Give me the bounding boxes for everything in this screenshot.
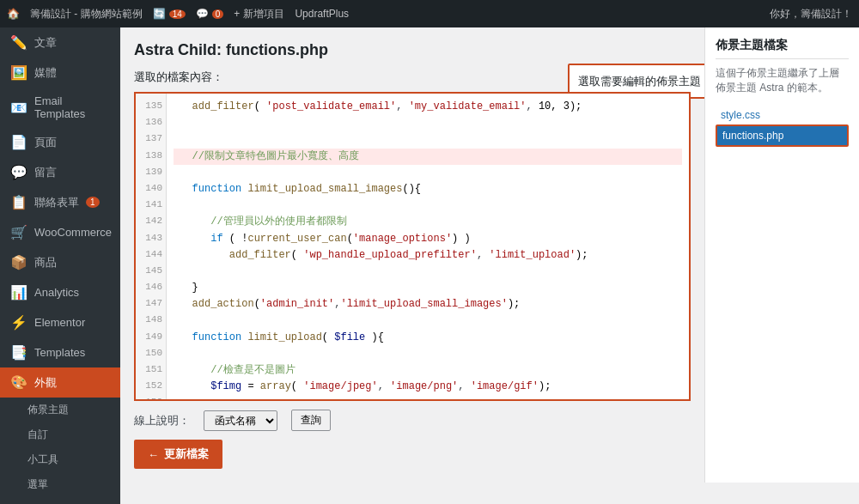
sidebar-item-contact[interactable]: 📋 聯絡表單 1: [0, 187, 120, 217]
sidebar-item-elementor[interactable]: ⚡ Elementor: [0, 307, 120, 337]
comments-nav-icon: 💬: [10, 164, 27, 180]
arrow-icon: ←: [148, 448, 159, 461]
file-item-functions-php[interactable]: functions.php: [716, 124, 849, 147]
page-title: Astra Child: functions.php: [134, 41, 691, 59]
woocommerce-icon: 🛒: [10, 224, 27, 240]
new-item-button[interactable]: + 新增項目: [234, 7, 284, 21]
inline-help-label: 線上說明：: [134, 413, 190, 428]
file-item-style-css[interactable]: style.css: [716, 106, 849, 124]
comments-item[interactable]: 💬 0: [196, 8, 224, 20]
submenu-customize[interactable]: 自訂: [0, 422, 120, 447]
function-name-select[interactable]: 函式名稱: [204, 410, 277, 431]
sidebar-item-analytics[interactable]: 📊 Analytics: [0, 277, 120, 307]
contact-icon: 📋: [10, 194, 27, 210]
sidebar-item-pages[interactable]: 📄 頁面: [0, 127, 120, 157]
right-panel-description: 這個子佈景主題繼承了上層佈景主題 Astra 的範本。: [716, 66, 849, 95]
sidebar-item-posts[interactable]: ✏️ 文章: [0, 27, 120, 58]
main-content: 選取需要編輯的佈景主題： Astra Child Astra 選取 Astra …: [120, 27, 859, 504]
bottom-bar: 線上說明： 函式名稱 查詢: [134, 410, 691, 431]
updates-item[interactable]: 🔄 14: [153, 8, 186, 20]
pages-icon: 📄: [10, 134, 27, 150]
site-icon: 🏠: [7, 8, 20, 20]
sidebar-item-media[interactable]: 🖼️ 媒體: [0, 58, 120, 88]
contact-badge: 1: [86, 197, 100, 208]
media-icon: 🖼️: [10, 64, 27, 81]
updraftplus-item[interactable]: UpdraftPlus: [295, 8, 349, 20]
appearance-icon: 🎨: [10, 374, 27, 391]
plus-icon: +: [234, 8, 240, 20]
site-name[interactable]: 籌備設計 - 購物網站範例: [30, 7, 143, 21]
right-panel: 佈景主題檔案 這個子佈景主題繼承了上層佈景主題 Astra 的範本。 style…: [704, 27, 859, 483]
updates-count: 14: [169, 9, 186, 19]
code-content: add_filter( 'post_validate_email', 'my_v…: [167, 94, 689, 399]
analytics-icon: 📊: [10, 284, 27, 301]
line-numbers: 135 136 137 138 139 140 141 142 143 144 …: [136, 94, 167, 399]
update-file-button[interactable]: ← 更新檔案: [134, 440, 222, 469]
right-panel-title: 佈景主題檔案: [716, 38, 849, 59]
submenu-themes[interactable]: 佈景主題: [0, 398, 120, 422]
sidebar-item-comments[interactable]: 💬 留言: [0, 157, 120, 187]
sidebar-item-products[interactable]: 📦 商品: [0, 247, 120, 277]
templates-icon: 📑: [10, 344, 27, 361]
file-list: style.css functions.php: [716, 106, 849, 147]
elementor-icon: ⚡: [10, 314, 27, 331]
products-icon: 📦: [10, 254, 27, 270]
submenu-menus[interactable]: 選單: [0, 472, 120, 497]
comments-icon: 💬: [196, 8, 209, 20]
posts-icon: ✏️: [10, 34, 27, 51]
updates-icon: 🔄: [153, 8, 166, 20]
sidebar-item-email-templates[interactable]: 📧 Email Templates: [0, 88, 120, 127]
greeting: 你好，籌備設計！: [770, 7, 852, 21]
sidebar-item-woocommerce[interactable]: 🛒 WooCommerce: [0, 217, 120, 247]
email-icon: 📧: [10, 100, 27, 116]
admin-bar: 🏠 籌備設計 - 購物網站範例 🔄 14 💬 0 + 新增項目 UpdraftP…: [0, 0, 859, 27]
submenu-widgets[interactable]: 小工具: [0, 447, 120, 472]
query-button[interactable]: 查詢: [291, 410, 331, 431]
file-label: 選取的檔案內容：: [134, 70, 691, 85]
sidebar-item-appearance[interactable]: 🎨 外觀: [0, 367, 120, 398]
submenu-astra-options[interactable]: Astra Options: [0, 497, 120, 504]
comments-count: 0: [212, 9, 224, 19]
code-editor[interactable]: 135 136 137 138 139 140 141 142 143 144 …: [134, 92, 691, 401]
sidebar: ✏️ 文章 🖼️ 媒體 📧 Email Templates 📄 頁面 💬 留言 …: [0, 27, 120, 504]
sidebar-item-templates[interactable]: 📑 Templates: [0, 337, 120, 367]
